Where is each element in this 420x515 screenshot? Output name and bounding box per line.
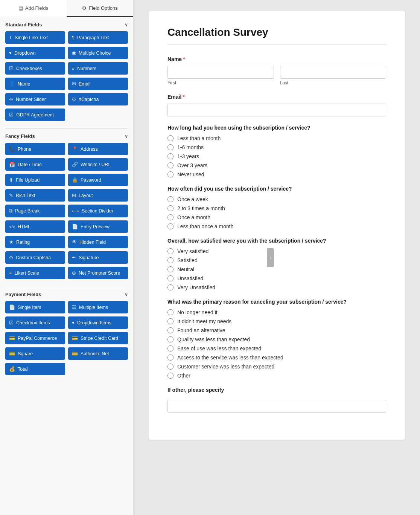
last-name-input[interactable] <box>280 66 387 79</box>
custom-captcha-icon: ⊙ <box>9 255 13 260</box>
field-btn-likert-scale[interactable]: ≡ Likert Scale <box>5 267 65 279</box>
field-btn-name[interactable]: 👤 Name <box>5 78 65 90</box>
fancy-fields-chevron[interactable]: ∨ <box>125 134 128 139</box>
q3-option-1[interactable]: Satisfied <box>167 257 386 263</box>
q2-radio-0[interactable] <box>167 196 173 202</box>
tab-field-options[interactable]: ⚙ Field Options <box>67 0 133 17</box>
phone-icon: 📞 <box>9 146 15 152</box>
field-btn-page-break[interactable]: ⧉ Page Break <box>5 205 65 217</box>
q4-option-0[interactable]: No longer need it <box>167 309 386 315</box>
q2-radio-2[interactable] <box>167 214 173 220</box>
field-btn-password[interactable]: 🔒 Password <box>68 174 128 186</box>
q3-radio-2[interactable] <box>167 266 173 272</box>
field-btn-html[interactable]: </> HTML <box>5 220 65 233</box>
square-icon: 💳 <box>9 351 15 356</box>
field-btn-square[interactable]: 💳 Square <box>5 347 65 360</box>
q4-radio-4[interactable] <box>167 345 173 351</box>
q4-option-1[interactable]: It didn't meet my needs <box>167 318 386 324</box>
multiple-items-icon: ☰ <box>72 304 76 310</box>
email-input[interactable] <box>167 104 386 116</box>
q4-option-3[interactable]: Quality was less than expected <box>167 336 386 342</box>
q4-radio-1[interactable] <box>167 318 173 324</box>
field-btn-custom-captcha[interactable]: ⊙ Custom Captcha <box>5 251 65 264</box>
field-btn-rating[interactable]: ★ Rating <box>5 236 65 248</box>
q2-radio-1[interactable] <box>167 205 173 211</box>
tab-add-fields[interactable]: ▤ Add Fields <box>0 0 67 17</box>
field-btn-multiple-items[interactable]: ☰ Multiple Items <box>68 301 128 313</box>
field-btn-phone[interactable]: 📞 Phone <box>5 143 65 155</box>
field-btn-dropdown[interactable]: ▾ Dropdown <box>5 47 65 59</box>
field-btn-entry-preview[interactable]: 📄 Entry Preview <box>68 220 128 233</box>
field-btn-number-slider[interactable]: ⇔ Number Slider <box>5 93 65 105</box>
q3-option-3[interactable]: Unsatisfied <box>167 275 386 281</box>
field-btn-single-line-text[interactable]: T Single Line Text <box>5 31 65 44</box>
field-btn-file-upload[interactable]: ⬆ File Upload <box>5 174 65 186</box>
q4-radio-7[interactable] <box>167 373 173 379</box>
q1-option-2[interactable]: 1-3 years <box>167 153 386 159</box>
collapse-panel-button[interactable]: ‹ <box>267 248 274 267</box>
section-divider-icon: ⟷ <box>72 208 79 214</box>
field-btn-date-time[interactable]: 📅 Date / Time <box>5 158 65 171</box>
field-btn-website-url[interactable]: 🔗 Website / URL <box>68 158 128 171</box>
q4-option-2[interactable]: Found an alternative <box>167 327 386 333</box>
q4-radio-0[interactable] <box>167 309 173 315</box>
q1-radio-4[interactable] <box>167 171 173 177</box>
field-btn-authorize-net[interactable]: 💳 Authorize.Net <box>68 347 128 360</box>
q2-option-3[interactable]: Less than once a month <box>167 223 386 229</box>
q1-radio-1[interactable] <box>167 144 173 150</box>
standard-fields-chevron[interactable]: ∨ <box>125 22 128 28</box>
q1-option-3[interactable]: Over 3 years <box>167 162 386 168</box>
q4-radio-5[interactable] <box>167 355 173 361</box>
dropdown-items-icon: ▾ <box>72 320 75 326</box>
field-btn-hcaptcha[interactable]: ⊙ hCaptcha <box>68 93 128 105</box>
signature-icon: ✒ <box>72 255 76 260</box>
field-btn-single-item[interactable]: 📄 Single Item <box>5 301 65 313</box>
field-btn-paragraph-text[interactable]: ¶ Paragraph Text <box>68 31 128 44</box>
q2-option-1[interactable]: 2 to 3 times a month <box>167 205 386 211</box>
q4-option-7[interactable]: Other <box>167 373 386 379</box>
q4-option-4[interactable]: Ease of use was less than expected <box>167 345 386 351</box>
q3-option-0[interactable]: Very satisfied <box>167 248 386 254</box>
q1-radio-0[interactable] <box>167 135 173 141</box>
q3-radio-4[interactable] <box>167 284 173 290</box>
field-btn-gdpr[interactable]: ☑ GDPR Agreement <box>5 109 65 121</box>
field-btn-paypal-commerce[interactable]: 💳 PayPal Commerce <box>5 332 65 344</box>
q3-option-2[interactable]: Neutral <box>167 266 386 272</box>
first-name-input[interactable] <box>167 66 274 79</box>
field-btn-checkboxes[interactable]: ☑ Checkboxes <box>5 62 65 75</box>
field-btn-dropdown-items[interactable]: ▾ Dropdown Items <box>68 316 128 329</box>
field-btn-rich-text[interactable]: ✎ Rich Text <box>5 189 65 202</box>
field-btn-email[interactable]: ✉ Email <box>68 78 128 90</box>
field-btn-section-divider[interactable]: ⟷ Section Divider <box>68 205 128 217</box>
field-btn-checkbox-items[interactable]: ☑ Checkbox Items <box>5 316 65 329</box>
field-btn-multiple-choice[interactable]: ◉ Multiple Choice <box>68 47 128 59</box>
q1-option-4[interactable]: Never used <box>167 171 386 177</box>
q2-radio-3[interactable] <box>167 223 173 229</box>
q1-option-1[interactable]: 1-6 months <box>167 144 386 150</box>
field-btn-numbers[interactable]: # Numbers <box>68 62 128 75</box>
q4-radio-3[interactable] <box>167 336 173 342</box>
field-btn-hidden-field[interactable]: 👁 Hidden Field <box>68 236 128 248</box>
q4-option-6[interactable]: Customer service was less than expected <box>167 364 386 370</box>
add-fields-icon: ▤ <box>18 5 23 11</box>
q2-option-2[interactable]: Once a month <box>167 214 386 220</box>
other-specify-input[interactable] <box>167 400 386 413</box>
q3-radio-0[interactable] <box>167 248 173 254</box>
q1-radio-2[interactable] <box>167 153 173 159</box>
q4-radio-6[interactable] <box>167 364 173 370</box>
field-btn-layout[interactable]: ⊞ Layout <box>68 189 128 202</box>
field-btn-address[interactable]: 📍 Address <box>68 143 128 155</box>
q2-option-0[interactable]: Once a week <box>167 196 386 202</box>
q1-radio-3[interactable] <box>167 162 173 168</box>
q4-option-5[interactable]: Access to the service was less than expe… <box>167 355 386 361</box>
field-btn-net-promoter-score[interactable]: ⊛ Net Promoter Score <box>68 267 128 279</box>
q3-radio-1[interactable] <box>167 257 173 263</box>
q1-option-0[interactable]: Less than a month <box>167 135 386 141</box>
q3-radio-3[interactable] <box>167 275 173 281</box>
field-btn-stripe-credit-card[interactable]: 💳 Stripe Credit Card <box>68 332 128 344</box>
field-btn-signature[interactable]: ✒ Signature <box>68 251 128 264</box>
payment-fields-chevron[interactable]: ∨ <box>125 292 128 297</box>
field-btn-total[interactable]: 💰 Total <box>5 363 65 375</box>
q3-option-4[interactable]: Very Unsatisfied <box>167 284 386 290</box>
q4-radio-2[interactable] <box>167 327 173 333</box>
